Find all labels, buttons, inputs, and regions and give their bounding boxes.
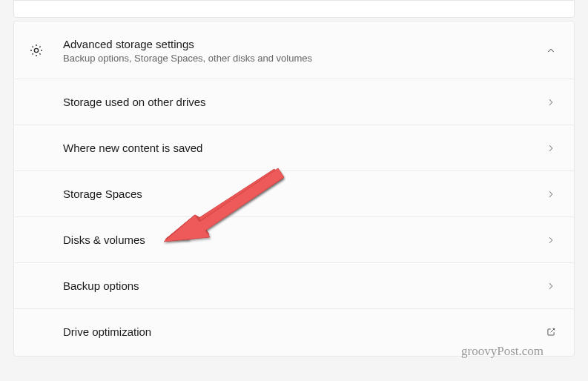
item-label: Drive optimization [63, 325, 546, 338]
header-text-block: Advanced storage settings Backup options… [63, 36, 546, 64]
chevron-right-icon [546, 189, 556, 199]
chevron-up-icon [546, 45, 556, 56]
item-storage-spaces[interactable]: Storage Spaces [14, 170, 574, 216]
item-disks-volumes[interactable]: Disks & volumes [14, 216, 574, 262]
item-drive-optimization[interactable]: Drive optimization [14, 308, 574, 354]
advanced-storage-panel: Advanced storage settings Backup options… [13, 21, 575, 357]
item-backup-options[interactable]: Backup options [14, 262, 574, 308]
chevron-right-icon [546, 97, 556, 107]
chevron-right-icon [546, 235, 556, 245]
item-label: Storage Spaces [63, 188, 546, 200]
advanced-storage-header[interactable]: Advanced storage settings Backup options… [14, 21, 574, 79]
item-label: Storage used on other drives [63, 96, 546, 108]
svg-point-0 [34, 48, 38, 52]
item-storage-other-drives[interactable]: Storage used on other drives [14, 79, 574, 125]
chevron-right-icon [546, 143, 556, 153]
item-label: Disks & volumes [63, 233, 546, 246]
external-link-icon [546, 327, 556, 337]
section-subtitle: Backup options, Storage Spaces, other di… [63, 53, 546, 64]
sub-items-list: Storage used on other drives Where new c… [14, 79, 574, 356]
item-where-new-content[interactable]: Where new content is saved [14, 125, 574, 170]
collapsed-card [13, 0, 575, 18]
item-label: Where new content is saved [63, 142, 546, 154]
item-label: Backup options [63, 279, 546, 292]
section-title: Advanced storage settings [63, 36, 546, 52]
gear-icon [29, 43, 44, 58]
chevron-right-icon [546, 281, 556, 291]
